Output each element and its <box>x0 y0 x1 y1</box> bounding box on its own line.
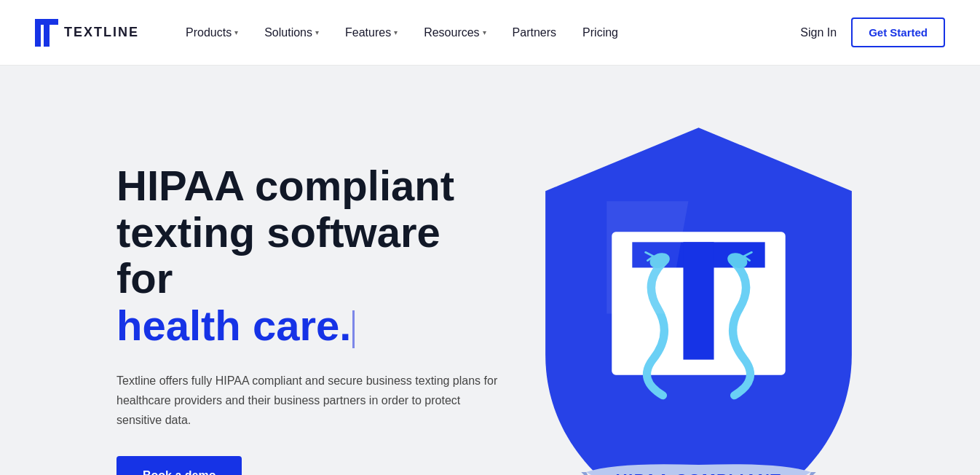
hero-subtitle: Textline offers fully HIPAA compliant an… <box>116 371 505 431</box>
sign-in-link[interactable]: Sign In <box>800 26 837 39</box>
hipaa-shield-icon: HIPAA COMPLIANT <box>505 109 893 475</box>
svg-text:HIPAA COMPLIANT: HIPAA COMPLIANT <box>616 471 782 475</box>
book-demo-button[interactable]: Book a demo <box>116 456 242 475</box>
logo-link[interactable]: TEXTLINE <box>35 19 139 47</box>
nav-item-products[interactable]: Products ▾ <box>174 20 250 45</box>
nav-item-resources[interactable]: Resources ▾ <box>412 20 497 45</box>
chevron-down-icon: ▾ <box>315 28 319 36</box>
nav-item-pricing[interactable]: Pricing <box>571 20 630 45</box>
logo-text: TEXTLINE <box>64 25 139 40</box>
svg-rect-2 <box>44 25 50 47</box>
get-started-button[interactable]: Get Started <box>851 17 945 47</box>
hero-visual: HIPAA COMPLIANT <box>505 109 893 475</box>
nav-item-partners[interactable]: Partners <box>501 20 568 45</box>
hero-section: HIPAA compliant texting software for hea… <box>0 66 980 475</box>
text-cursor <box>352 310 355 348</box>
chevron-down-icon: ▾ <box>394 28 398 36</box>
nav-right: Sign In Get Started <box>800 17 945 47</box>
svg-rect-1 <box>35 19 41 47</box>
chevron-down-icon: ▾ <box>234 28 238 36</box>
navbar: TEXTLINE Products ▾ Solutions ▾ Features… <box>0 0 980 66</box>
hero-content: HIPAA compliant texting software for hea… <box>116 162 505 475</box>
logo-icon <box>35 19 58 47</box>
hero-title-highlight: health care. <box>116 302 351 349</box>
nav-links: Products ▾ Solutions ▾ Features ▾ Resour… <box>174 20 800 45</box>
nav-item-features[interactable]: Features ▾ <box>333 20 409 45</box>
hero-title: HIPAA compliant texting software for hea… <box>116 162 505 350</box>
svg-rect-5 <box>683 242 714 359</box>
chevron-down-icon: ▾ <box>483 28 486 36</box>
nav-item-solutions[interactable]: Solutions ▾ <box>253 20 331 45</box>
